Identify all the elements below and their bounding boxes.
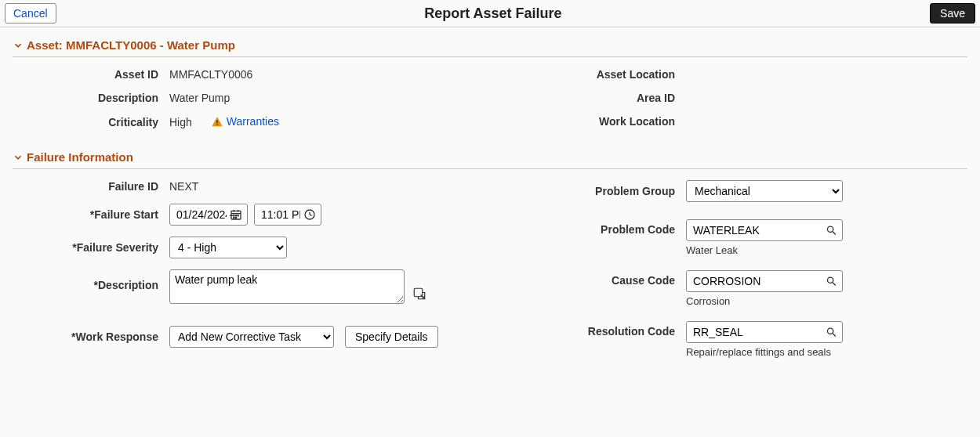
header-bar: Cancel Report Asset Failure Save — [0, 0, 980, 27]
page-title: Report Asset Failure — [56, 5, 930, 22]
svg-rect-1 — [216, 125, 217, 125]
cause-code-input[interactable] — [687, 271, 826, 291]
cancel-button[interactable]: Cancel — [5, 3, 56, 23]
search-icon[interactable] — [826, 326, 837, 338]
calendar-icon[interactable] — [230, 208, 242, 221]
specify-details-button[interactable]: Specify Details — [345, 326, 438, 348]
problem-code-desc: Water Leak — [686, 241, 843, 256]
label-failure-severity: *Failure Severity — [13, 241, 169, 254]
expand-text-icon[interactable] — [412, 287, 426, 301]
failure-section-header[interactable]: Failure Information — [13, 150, 967, 169]
label-asset-id: Asset ID — [13, 68, 169, 81]
value-failure-id: NEXT — [169, 180, 198, 193]
search-icon[interactable] — [826, 275, 837, 287]
warranties-label: Warranties — [227, 115, 279, 128]
warning-icon — [211, 116, 223, 128]
failure-description-textarea[interactable]: Water pump leak — [169, 269, 405, 304]
problem-group-select[interactable]: Mechanical — [686, 180, 843, 202]
work-response-select[interactable]: Add New Corrective Task — [169, 326, 334, 348]
label-failure-id: Failure ID — [13, 180, 169, 193]
chevron-down-icon — [13, 152, 24, 163]
svg-line-19 — [833, 283, 836, 286]
chevron-down-icon — [13, 40, 24, 51]
label-criticality: Criticality — [13, 116, 169, 128]
svg-line-21 — [833, 334, 836, 337]
label-work-response: *Work Response — [13, 330, 169, 343]
label-work-location: Work Location — [537, 115, 686, 128]
failure-start-date-input[interactable] — [170, 204, 230, 225]
asset-section: Asset: MMFACLTY0006 - Water Pump Asset I… — [0, 38, 980, 139]
svg-point-18 — [828, 277, 833, 283]
failure-start-time[interactable] — [254, 204, 321, 226]
search-icon[interactable] — [826, 224, 837, 237]
failure-start-time-input[interactable] — [255, 204, 303, 225]
asset-section-header[interactable]: Asset: MMFACLTY0006 - Water Pump — [13, 38, 967, 57]
problem-code-lookup[interactable] — [686, 219, 843, 241]
svg-line-17 — [833, 232, 836, 235]
label-resolution-code: Resolution Code — [537, 321, 686, 338]
cause-code-desc: Corrosion — [686, 292, 843, 307]
svg-rect-0 — [216, 121, 217, 124]
label-area-id: Area ID — [537, 92, 686, 104]
failure-section: Failure Information Failure ID NEXT *Fai… — [0, 150, 980, 369]
failure-section-title: Failure Information — [27, 150, 133, 164]
value-criticality: High — [169, 116, 192, 128]
value-asset-id: MMFACLTY0006 — [169, 68, 252, 81]
save-button[interactable]: Save — [930, 3, 975, 23]
svg-point-16 — [828, 226, 833, 232]
label-cause-code: Cause Code — [537, 270, 686, 287]
label-failure-description: *Description — [13, 269, 169, 291]
value-description: Water Pump — [169, 92, 230, 104]
svg-point-11 — [235, 218, 236, 218]
asset-section-title: Asset: MMFACLTY0006 - Water Pump — [27, 38, 235, 52]
resolution-code-input[interactable] — [687, 322, 826, 342]
svg-point-8 — [235, 215, 236, 216]
cause-code-lookup[interactable] — [686, 270, 843, 292]
problem-code-input[interactable] — [687, 220, 826, 240]
svg-point-7 — [234, 215, 234, 216]
failure-start-date[interactable] — [169, 204, 248, 226]
svg-point-20 — [828, 328, 833, 334]
svg-point-9 — [238, 215, 238, 216]
resolution-code-lookup[interactable] — [686, 321, 843, 343]
failure-severity-select[interactable]: 4 - High — [169, 237, 287, 258]
label-failure-start: *Failure Start — [13, 208, 169, 221]
svg-line-14 — [310, 215, 312, 215]
clock-icon[interactable] — [303, 208, 316, 221]
svg-point-10 — [234, 218, 234, 218]
label-asset-location: Asset Location — [537, 68, 686, 81]
resolution-code-desc: Repair/replace fittings and seals — [686, 343, 843, 358]
label-description: Description — [13, 92, 169, 104]
warranties-link[interactable]: Warranties — [211, 115, 279, 128]
label-problem-code: Problem Code — [537, 219, 686, 236]
label-problem-group: Problem Group — [537, 185, 686, 197]
